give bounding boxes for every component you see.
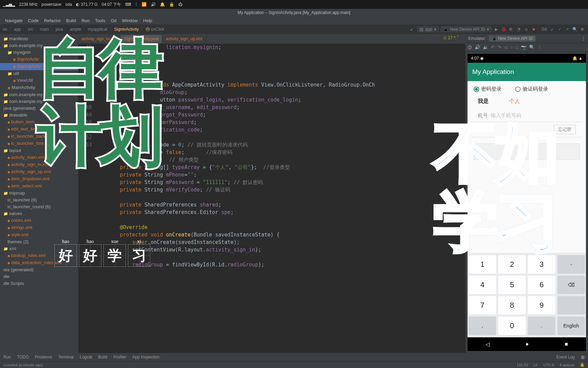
keypad-key[interactable]: - — [557, 255, 585, 274]
emu-rotate-right-icon[interactable]: ↷ — [497, 45, 501, 50]
attach-button[interactable]: ⎋ — [523, 26, 529, 32]
emu-power-icon[interactable]: ⏻ — [468, 45, 472, 50]
keypad-key[interactable] — [557, 296, 585, 315]
tool-terminal[interactable]: Terminal — [58, 355, 74, 359]
tree-item[interactable]: ViewUtil — [0, 77, 78, 84]
settings-icon[interactable]: ⚙ — [579, 26, 585, 32]
wifi-icon[interactable]: 📶 — [142, 2, 147, 7]
editor-tab[interactable]: SignUpActivity.java — [120, 35, 162, 43]
crumb[interactable]: src — [28, 27, 33, 32]
tree-item[interactable]: item_dropdown.xml — [0, 175, 78, 183]
tool-build[interactable]: Build — [98, 355, 108, 359]
power-icon[interactable]: ⏻ — [178, 2, 182, 7]
nav-home-icon[interactable]: ● — [525, 341, 529, 347]
tree-item[interactable]: MainActivity — [0, 84, 78, 91]
tree-item[interactable]: xml — [0, 245, 78, 252]
emu-screenshot-icon[interactable]: 📷 — [521, 45, 526, 50]
menu-navigate[interactable]: Navigate — [3, 17, 25, 24]
line-ending[interactable]: LF — [534, 363, 538, 367]
crumb-method[interactable]: onClick — [151, 27, 164, 32]
cursor-position[interactable]: 131:53 — [517, 363, 528, 367]
editor-tab[interactable]: activity_sign_up.xml — [162, 35, 206, 43]
tree-item[interactable]: ic_launcher_back — [0, 133, 78, 140]
menu-window[interactable]: Window — [119, 17, 140, 24]
keypad-key[interactable]: 9 — [528, 296, 555, 315]
tool-profiler[interactable]: Profiler — [113, 355, 126, 359]
crumb-class[interactable]: SignInActivity — [114, 27, 138, 32]
tree-item[interactable]: values — [0, 210, 78, 217]
tree-item[interactable]: dle — [0, 273, 78, 280]
menu-refactor[interactable]: Refactor — [42, 17, 63, 24]
notification-icon[interactable]: 🔔 — [160, 2, 165, 7]
encoding[interactable]: UTF-8 — [543, 363, 554, 367]
tree-item[interactable]: manifests — [0, 35, 78, 42]
keypad-key[interactable]: 4 — [469, 276, 496, 294]
stop-button[interactable]: ■ — [530, 26, 537, 32]
tool-logcat[interactable]: Logcat — [80, 355, 92, 359]
debug-button[interactable]: 🐞 — [501, 26, 507, 32]
tool-app-inspection[interactable]: App Inspection — [132, 355, 159, 359]
tree-item[interactable]: button_item — [0, 119, 78, 126]
emu-rotate-left-icon[interactable]: ↶ — [491, 45, 495, 50]
git-commit-icon[interactable]: ✓ — [557, 26, 563, 32]
tree-item[interactable]: drawable — [0, 112, 78, 119]
emu-overview-icon[interactable]: □ — [516, 45, 518, 50]
keypad-key[interactable]: 8 — [498, 296, 526, 315]
login-button[interactable] — [474, 143, 580, 160]
tree-item[interactable]: res (generated) — [0, 266, 78, 273]
tree-item[interactable]: data_extraction_rules.xml — [0, 259, 78, 266]
tree-item[interactable]: activity_main.xml — [0, 154, 78, 161]
tree-item[interactable]: themes (2) — [0, 239, 78, 245]
tree-item[interactable]: ic_launcher_fore — [0, 140, 78, 147]
tree-item[interactable]: mipmap — [0, 190, 78, 197]
tree-item[interactable]: SignUpActiv — [0, 63, 78, 70]
crumb[interactable]: ample — [70, 27, 81, 32]
menu-build[interactable]: Build — [64, 17, 79, 24]
editor-tab[interactable]: activity_sign_in.xml — [78, 35, 120, 43]
tree-item[interactable]: dle Scripts — [0, 280, 78, 287]
crumb[interactable]: main — [40, 27, 49, 32]
layout-inspector-icon[interactable]: ▦ — [581, 355, 585, 359]
tree-item[interactable]: com.example.my — [0, 98, 78, 105]
keypad-key[interactable]: 7 — [469, 296, 496, 315]
git-pull-icon[interactable]: ↙ — [549, 26, 555, 32]
nav-overview-icon[interactable]: ■ — [565, 341, 568, 347]
keyboard-icon[interactable]: ⌨ — [125, 2, 131, 7]
event-log-button[interactable]: Event Log — [556, 355, 575, 359]
emulator-more-icon[interactable]: ⋮ — [581, 36, 585, 41]
tree-item[interactable]: com.example.my — [0, 91, 78, 98]
menu-git[interactable]: Git — [109, 17, 119, 24]
nav-back-icon[interactable]: ◁ — [486, 341, 490, 348]
tree-item[interactable]: SignInActiv — [0, 56, 78, 63]
crumb[interactable]: on — [3, 27, 7, 32]
tree-item[interactable]: activity_sign_in.xml — [0, 161, 78, 168]
tool-todo[interactable]: TODO — [17, 355, 29, 359]
emu-home-icon[interactable]: ○ — [510, 45, 513, 50]
emu-zoom-icon[interactable]: 🔍 — [529, 45, 535, 50]
bluetooth-icon[interactable]: ᛒ — [135, 2, 137, 7]
tree-item[interactable]: java (generated) — [0, 105, 78, 112]
run-config-select[interactable]: ▤ app ▾ — [417, 26, 439, 32]
tree-item[interactable]: activity_sign_up.xml — [0, 168, 78, 175]
emu-voldown-icon[interactable]: 🔉 — [483, 45, 488, 50]
tree-item[interactable]: util — [0, 70, 78, 77]
lock-icon[interactable]: 🔒 — [580, 363, 585, 367]
tree-item[interactable]: colors.xml — [0, 217, 78, 224]
warnings-badge[interactable]: ⚠ 17 ^ ˅ — [443, 35, 459, 40]
git-push-icon[interactable]: ↗ — [564, 26, 570, 32]
project-tree[interactable]: manifestscom.example.mymysigninSignInAct… — [0, 34, 78, 353]
keypad-key[interactable]: 6 — [528, 276, 555, 294]
sync-icon[interactable]: ↙ — [408, 26, 415, 32]
crumb[interactable]: java — [55, 27, 63, 32]
tree-item[interactable]: style.xml — [0, 231, 78, 239]
indent[interactable]: 4 spaces — [559, 363, 574, 367]
coverage-button[interactable]: ⛨ — [508, 26, 514, 32]
run-button[interactable]: ▶ — [493, 26, 499, 32]
phone-input[interactable]: 机号 输入手机号码 — [472, 110, 582, 122]
forgot-password-button[interactable]: 忘记密 — [554, 125, 576, 134]
emu-back-icon[interactable]: ◁ — [504, 45, 507, 50]
keypad-key[interactable]: . — [528, 317, 555, 335]
keypad-key[interactable]: 5 — [498, 276, 526, 294]
menu-tools[interactable]: Tools — [93, 17, 108, 24]
keypad-key[interactable]: 3 — [528, 255, 555, 274]
